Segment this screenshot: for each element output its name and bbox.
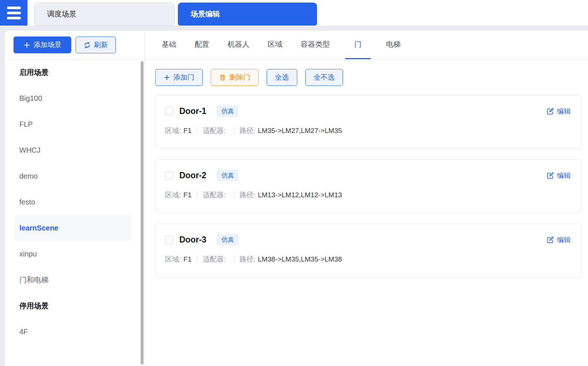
refresh-button[interactable]: 刷新 <box>76 37 116 53</box>
area-value: F1 <box>183 127 191 135</box>
area-label: 区域: <box>165 255 181 264</box>
door-2-checkbox[interactable] <box>165 172 173 180</box>
door-3-checkbox[interactable] <box>165 236 173 244</box>
top-tab-dispatch-scene[interactable]: 调度场景 <box>34 3 175 26</box>
simulation-badge: 仿真 <box>217 170 238 181</box>
select-none-label: 全不选 <box>314 73 335 82</box>
add-scene-label: 添加场景 <box>34 40 61 50</box>
area-label: 区域: <box>165 126 181 136</box>
area-value: F1 <box>183 191 191 199</box>
tab-config[interactable]: 配置 <box>192 31 212 59</box>
delete-door-label: 删除门 <box>229 73 250 82</box>
path-value: LM38->LM35,LM35->LM38 <box>258 255 342 263</box>
door-meta: 区域: F1 适配器: 路径: LM35->LM27,LM27->LM35 <box>165 126 571 136</box>
disabled-scenes-header: 停用场景 <box>5 293 145 319</box>
sidebar-item-door-elevator[interactable]: 门和电梯 <box>5 267 145 293</box>
select-all-button[interactable]: 全选 <box>267 69 297 86</box>
edit-icon <box>546 236 554 244</box>
door-1-checkbox[interactable] <box>165 107 173 115</box>
door-name: Door-3 <box>179 235 206 245</box>
add-scene-button[interactable]: 添加场景 <box>14 37 71 53</box>
sidebar-item-big100[interactable]: Big100 <box>5 85 145 111</box>
plus-icon <box>23 42 30 49</box>
top-tab-scene-edit[interactable]: 场景编辑 <box>178 3 317 26</box>
door-toolbar: 添加门 删除门 全选 全不选 <box>155 69 588 86</box>
meta-divider <box>197 256 197 263</box>
tab-basic[interactable]: 基础 <box>159 31 179 59</box>
door-card-2: Door-2 仿真 编辑 区域: F1 适配器: <box>155 159 581 213</box>
hamburger-menu-button[interactable] <box>0 0 27 26</box>
door-card-list: Door-1 仿真 编辑 区域: F1 适配器: <box>155 95 581 278</box>
sidebar-item-flp[interactable]: FLP <box>5 111 145 137</box>
meta-divider <box>234 127 234 134</box>
simulation-badge: 仿真 <box>217 106 238 117</box>
path-label: 路径: <box>240 126 255 136</box>
adapter-label: 适配器: <box>203 190 225 200</box>
sidebar-item-festo[interactable]: festo <box>5 189 145 215</box>
meta-divider <box>197 191 197 199</box>
tab-robot[interactable]: 机器人 <box>225 31 252 59</box>
door-card-3: Door-3 仿真 编辑 区域: F1 适配器: <box>155 224 581 278</box>
tab-elevator[interactable]: 电梯 <box>383 31 404 59</box>
door-2-edit-button[interactable]: 编辑 <box>546 171 571 180</box>
meta-divider <box>234 256 234 263</box>
meta-divider <box>234 191 234 199</box>
door-name: Door-1 <box>179 106 206 116</box>
scene-edit-main: 基础 配置 机器人 区域 容器类型 门 电梯 添加门 <box>145 31 588 366</box>
sidebar-item-4f[interactable]: 4F <box>5 319 145 345</box>
edit-label: 编辑 <box>557 235 571 245</box>
area-label: 区域: <box>165 190 181 200</box>
select-none-button[interactable]: 全不选 <box>305 69 343 86</box>
sidebar-scrollbar-thumb[interactable] <box>141 61 144 365</box>
top-tab-label: 场景编辑 <box>191 9 220 19</box>
refresh-label: 刷新 <box>94 40 108 50</box>
path-value: LM35->LM27,LM27->LM35 <box>258 127 342 135</box>
enabled-scenes-header: 启用场景 <box>5 60 145 85</box>
top-bar: 调度场景 场景编辑 <box>0 0 588 26</box>
top-tab-label: 调度场景 <box>47 9 76 19</box>
scene-sidebar: 添加场景 刷新 启用场景 Big100 FLP WHCJ demo festo … <box>5 31 145 366</box>
tab-area[interactable]: 区域 <box>265 31 285 59</box>
meta-divider <box>197 127 197 134</box>
sidebar-item-whcj[interactable]: WHCJ <box>5 137 145 163</box>
delete-door-button[interactable]: 删除门 <box>211 69 259 86</box>
door-card-1: Door-1 仿真 编辑 区域: F1 适配器: <box>155 95 581 149</box>
content-panel: 添加场景 刷新 启用场景 Big100 FLP WHCJ demo festo … <box>5 31 588 366</box>
tab-container-type[interactable]: 容器类型 <box>298 31 333 59</box>
path-value: LM13->LM12,LM12->LM13 <box>258 191 342 199</box>
door-meta: 区域: F1 适配器: 路径: LM13->LM12,LM12->LM13 <box>165 190 571 200</box>
sidebar-item-xinpu[interactable]: xinpu <box>5 241 145 267</box>
area-value: F1 <box>183 255 191 263</box>
refresh-icon <box>84 42 91 49</box>
door-3-edit-button[interactable]: 编辑 <box>546 235 571 245</box>
path-label: 路径: <box>240 255 255 264</box>
edit-label: 编辑 <box>557 171 571 180</box>
add-door-button[interactable]: 添加门 <box>155 69 203 86</box>
adapter-label: 适配器: <box>203 255 225 264</box>
sidebar-header: 添加场景 刷新 <box>5 31 145 60</box>
plus-icon <box>164 74 170 81</box>
sidebar-item-learnscene[interactable]: learnScene <box>15 215 131 241</box>
edit-icon <box>546 107 554 115</box>
add-door-label: 添加门 <box>173 73 194 82</box>
edit-tabs: 基础 配置 机器人 区域 容器类型 门 电梯 <box>145 31 588 60</box>
door-1-edit-button[interactable]: 编辑 <box>546 107 571 116</box>
edit-label: 编辑 <box>557 107 571 116</box>
sidebar-item-demo[interactable]: demo <box>5 163 145 189</box>
simulation-badge: 仿真 <box>217 234 238 245</box>
path-label: 路径: <box>240 190 255 200</box>
door-name: Door-2 <box>179 171 206 180</box>
tab-door[interactable]: 门 <box>345 31 371 59</box>
trash-icon <box>219 74 226 81</box>
select-all-label: 全选 <box>275 73 289 82</box>
adapter-label: 适配器: <box>203 126 225 136</box>
edit-icon <box>546 172 554 179</box>
door-meta: 区域: F1 适配器: 路径: LM38->LM35,LM35->LM38 <box>165 255 571 264</box>
scene-list: 启用场景 Big100 FLP WHCJ demo festo learnSce… <box>5 60 145 345</box>
